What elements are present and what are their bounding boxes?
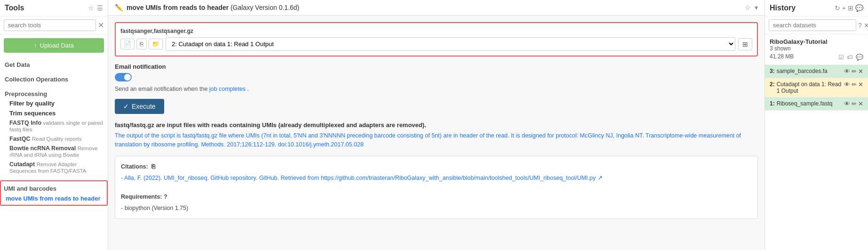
dataset-item-1: 1: Riboseq_sample.fastq 👁 ✏ ✕ xyxy=(765,97,868,111)
dataset-item-2: 2: Cutadapt on data 1: Read 1 Output 👁 ✏… xyxy=(765,78,868,97)
execute-label: Execute xyxy=(132,103,156,110)
tool-version: (Galaxy Version 0.1.6d) xyxy=(231,4,299,11)
menu-icon[interactable]: ☰ xyxy=(97,4,103,12)
dataset-name-2[interactable]: Cutadapt on data 1: Read 1 Output xyxy=(777,81,842,94)
tool-body: fastqsanger,fastqsanger.gz 📄 ⎘ 📁 2: Cuta… xyxy=(108,16,764,250)
tool-chevron-icon[interactable]: ▾ xyxy=(755,4,758,11)
file-folder-icon-btn[interactable]: 📁 xyxy=(149,39,163,49)
dataset-actions-2: 👁 ✏ ✕ xyxy=(844,81,863,88)
file-copy-icon-btn[interactable]: ⎘ xyxy=(136,39,147,49)
tool-name: move UMIs from reads to header xyxy=(127,4,229,11)
execute-button[interactable]: ✓ Execute xyxy=(115,99,164,114)
citations-head: Citations: ⎘ xyxy=(121,162,752,171)
email-notification-text: Send an email notification when the job … xyxy=(115,86,758,92)
dataset-item-3: 3: sample_barcodes.fa 👁 ✏ ✕ xyxy=(765,65,868,78)
chat-icon[interactable]: 💬 xyxy=(855,4,863,12)
citation-text: - Alla, F. (2022). UMI_for_riboseq. GitH… xyxy=(121,173,752,183)
notif-after: . xyxy=(247,86,248,92)
fastqc-item[interactable]: FastQC Read Quality reports xyxy=(5,134,103,144)
search-close-icon[interactable]: ✕ xyxy=(864,22,868,29)
dataset-name-3[interactable]: sample_barcodes.fa xyxy=(777,68,842,74)
file-browse-button[interactable]: ⊞ xyxy=(738,38,752,50)
cutadapt-item[interactable]: Cutadapt Remove Adapter Sequences from F… xyxy=(5,160,103,176)
requirements-head: Requirements: ? xyxy=(121,192,752,202)
history-header-icons: ↻ + ⊞ 💬 xyxy=(835,4,863,12)
dataset-delete-icon-2[interactable]: ✕ xyxy=(858,81,863,88)
dataset-num-1: 1: xyxy=(770,100,775,107)
bowtie-item[interactable]: Bowtie ncRNA Removal Remove rRNA and tRN… xyxy=(5,144,103,160)
preprocessing-title[interactable]: Preprocessing xyxy=(5,88,103,98)
email-toggle[interactable] xyxy=(115,73,132,81)
tool-header-right: ☆ ▾ xyxy=(745,4,758,11)
get-data-section: Get Data xyxy=(0,56,108,71)
file-label: fastqsanger,fastqsanger.gz xyxy=(120,28,752,34)
sidebar: Tools ☆ ☰ ✕ ↑ Upload Data Get Data Colle… xyxy=(0,0,108,250)
umi-section-title: UMI and barcodes xyxy=(4,183,104,194)
desc-bold: fastq/fastq.gz are input files with read… xyxy=(115,121,758,129)
history-header: History ↻ + ⊞ 💬 xyxy=(765,0,868,16)
tag-icon[interactable]: 🏷 xyxy=(847,54,853,61)
collection-name[interactable]: RiboGalaxy-Tutorial xyxy=(770,38,863,45)
history-shown: 3 shown xyxy=(770,45,863,52)
dataset-eye-icon-1[interactable]: 👁 xyxy=(844,100,850,107)
move-umis-item[interactable]: move UMIs from reads to header xyxy=(4,194,104,203)
dataset-edit-icon-3[interactable]: ✏ xyxy=(852,68,857,75)
history-collection-icons: ☑ 🏷 💬 xyxy=(838,54,863,61)
description-section: fastq/fastq.gz are input files with read… xyxy=(115,121,758,149)
history-search: ? ✕ xyxy=(765,16,868,34)
filter-by-quality-item[interactable]: Filter by quality xyxy=(5,98,103,108)
columns-icon[interactable]: ⊞ xyxy=(848,4,853,12)
email-notification-section: Email notification Send an email notific… xyxy=(115,63,758,92)
email-label: Email notification xyxy=(115,63,758,70)
job-completes-link[interactable]: job completes xyxy=(209,86,246,92)
external-link-icon[interactable]: ↗ xyxy=(597,175,603,181)
dataset-edit-icon-1[interactable]: ✏ xyxy=(852,100,857,107)
search-tools-input[interactable] xyxy=(4,19,96,31)
upload-data-button[interactable]: ↑ Upload Data xyxy=(4,38,104,53)
tool-star-icon[interactable]: ☆ xyxy=(745,4,751,11)
search-help-icon[interactable]: ? xyxy=(858,22,862,29)
copy-icon[interactable]: ⎘ xyxy=(151,163,155,170)
history-collection: RiboGalaxy-Tutorial 3 shown 41.28 MB ☑ 🏷… xyxy=(765,34,868,65)
file-select-wrapper: 2: Cutadapt on data 1: Read 1 Output xyxy=(166,37,735,51)
file-select-input[interactable]: 2: Cutadapt on data 1: Read 1 Output xyxy=(166,37,735,51)
sidebar-title: Tools xyxy=(5,4,24,12)
dataset-eye-icon-3[interactable]: 👁 xyxy=(844,68,850,75)
file-input-section: fastqsanger,fastqsanger.gz 📄 ⎘ 📁 2: Cuta… xyxy=(115,22,758,56)
plus-icon[interactable]: + xyxy=(842,4,846,12)
dataset-delete-icon-3[interactable]: ✕ xyxy=(858,68,863,75)
dataset-actions-1: 👁 ✏ ✕ xyxy=(844,100,863,107)
history-size: 41.28 MB xyxy=(770,53,794,60)
dataset-name-1[interactable]: Riboseq_sample.fastq xyxy=(777,100,842,107)
dataset-actions-3: 👁 ✏ ✕ xyxy=(844,68,863,75)
dataset-eye-icon-2[interactable]: 👁 xyxy=(844,81,850,88)
star-icon[interactable]: ☆ xyxy=(88,4,94,12)
dataset-edit-icon-2[interactable]: ✏ xyxy=(852,81,857,88)
tool-search-bar: ✕ xyxy=(0,16,108,34)
umi-section: UMI and barcodes move UMIs from reads to… xyxy=(0,180,108,206)
comment-icon[interactable]: 💬 xyxy=(856,54,863,61)
tool-title: move UMIs from reads to header (Galaxy V… xyxy=(127,4,299,11)
dataset-delete-icon-1[interactable]: ✕ xyxy=(858,100,863,107)
dataset-num-3: 3: xyxy=(770,68,775,74)
upload-icon: ↑ xyxy=(34,42,37,49)
tool-header: ✏️ move UMIs from reads to header (Galax… xyxy=(108,0,764,16)
trim-sequences-item[interactable]: Trim sequences xyxy=(5,108,103,118)
history-title: History xyxy=(770,4,796,12)
search-clear-icon[interactable]: ✕ xyxy=(98,21,104,30)
fastq-info-item[interactable]: FASTQ Info validates single or paired fa… xyxy=(5,118,103,134)
get-data-title[interactable]: Get Data xyxy=(5,58,103,69)
toggle-track xyxy=(115,73,132,81)
history-panel: History ↻ + ⊞ 💬 ? ✕ RiboGalaxy-Tutorial … xyxy=(764,0,868,250)
tool-header-left: ✏️ move UMIs from reads to header (Galax… xyxy=(115,4,299,11)
sidebar-header-actions: ☆ ☰ xyxy=(88,4,103,12)
refresh-icon[interactable]: ↻ xyxy=(835,4,840,12)
requirements-text: - biopython (Version 1.75) xyxy=(121,203,752,213)
search-datasets-input[interactable] xyxy=(769,19,856,31)
info-box: Citations: ⎘ - Alla, F. (2022). UMI_for_… xyxy=(115,156,758,219)
file-page-icon-btn[interactable]: 📄 xyxy=(120,39,135,49)
check-square-icon[interactable]: ☑ xyxy=(838,54,844,61)
collection-operations-title[interactable]: Collection Operations xyxy=(5,73,103,84)
tool-pencil-icon: ✏️ xyxy=(115,4,123,11)
notif-before: Send an email notification when the xyxy=(115,86,207,92)
